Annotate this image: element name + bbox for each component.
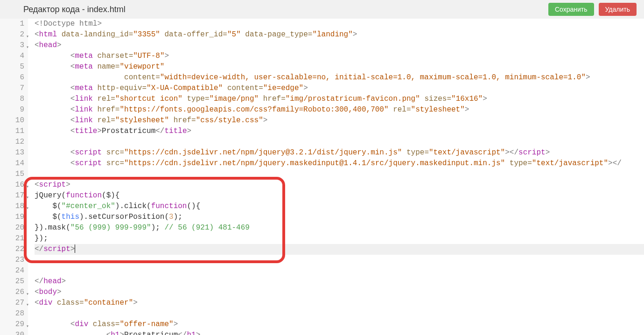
- line-number: 17: [0, 190, 24, 201]
- line-number: 6: [0, 72, 24, 83]
- code-line[interactable]: <link rel="shortcut icon" type="image/pn…: [35, 94, 644, 105]
- code-line[interactable]: <script>: [35, 180, 644, 190]
- line-number: 5: [0, 62, 24, 72]
- line-number: 29: [0, 319, 24, 330]
- code-line[interactable]: <!Doctype html>: [35, 19, 644, 29]
- code-line[interactable]: <meta name="viewport": [35, 62, 644, 72]
- line-number: 25: [0, 276, 24, 287]
- line-number: 20: [0, 223, 24, 233]
- line-number: 14: [0, 158, 24, 169]
- line-number: 16: [0, 180, 24, 190]
- code-line[interactable]: <meta charset="UTF-8">: [35, 51, 644, 62]
- line-number: 21: [0, 233, 24, 244]
- code-area[interactable]: <!Doctype html><html data-landing_id="33…: [28, 19, 644, 335]
- code-line[interactable]: [35, 137, 644, 147]
- code-line[interactable]: [35, 265, 644, 276]
- code-line[interactable]: $("#center_ok").click(function(){: [35, 201, 644, 212]
- line-number: 13: [0, 147, 24, 158]
- code-line[interactable]: <script src="https://cdn.jsdelivr.net/np…: [35, 158, 644, 169]
- code-line[interactable]: <h1>Prostatricum</h1>: [35, 330, 644, 335]
- code-line[interactable]: <body>: [35, 287, 644, 298]
- header-buttons: Сохранить Удалить: [548, 3, 637, 16]
- line-number: 8: [0, 94, 24, 105]
- code-line[interactable]: jQuery(function($){: [35, 190, 644, 201]
- code-line[interactable]: [35, 255, 644, 265]
- code-line[interactable]: </head>: [35, 276, 644, 287]
- line-number: 18: [0, 201, 24, 212]
- code-line[interactable]: <script src="https://cdn.jsdelivr.net/np…: [35, 147, 644, 158]
- line-number: 24: [0, 265, 24, 276]
- line-number: 10: [0, 115, 24, 126]
- text-cursor: [75, 244, 75, 253]
- line-number: 15: [0, 169, 24, 180]
- code-line[interactable]: $(this).setCursorPosition(3);: [35, 212, 644, 223]
- line-number: 26: [0, 287, 24, 298]
- code-line[interactable]: <head>: [35, 40, 644, 51]
- code-line[interactable]: <title>Prostatricum</title>: [35, 126, 644, 137]
- code-line[interactable]: [35, 308, 644, 319]
- line-number: 9: [0, 105, 24, 115]
- code-line[interactable]: </script>: [35, 244, 644, 255]
- editor-title: Редактор кода - index.html: [23, 5, 126, 14]
- delete-button[interactable]: Удалить: [599, 3, 637, 16]
- line-number: 19: [0, 212, 24, 223]
- code-line[interactable]: <link rel="stylesheet" href="css/style.c…: [35, 115, 644, 126]
- line-number: 3: [0, 40, 24, 51]
- code-line[interactable]: <link href="https://fonts.googleapis.com…: [35, 105, 644, 115]
- line-number: 23: [0, 255, 24, 265]
- line-number: 28: [0, 308, 24, 319]
- code-line[interactable]: content="width=device-width, user-scalab…: [35, 72, 644, 83]
- line-number: 30: [0, 330, 24, 335]
- code-editor[interactable]: 1234567891011121314151617181920212223242…: [0, 19, 644, 335]
- line-number-gutter: 1234567891011121314151617181920212223242…: [0, 19, 28, 335]
- line-number: 12: [0, 137, 24, 147]
- code-line[interactable]: <div class="container">: [35, 298, 644, 308]
- code-line[interactable]: <div class="offer-name">: [35, 319, 644, 330]
- code-line[interactable]: [35, 169, 644, 180]
- line-number: 7: [0, 83, 24, 94]
- code-line[interactable]: <meta http-equiv="X-UA-Compatible" conte…: [35, 83, 644, 94]
- save-button[interactable]: Сохранить: [548, 3, 594, 16]
- code-line[interactable]: <html data-landing_id="3355" data-offer_…: [35, 29, 644, 40]
- line-number: 27: [0, 298, 24, 308]
- line-number: 22: [0, 244, 24, 255]
- line-number: 2: [0, 29, 24, 40]
- code-line[interactable]: });: [35, 233, 644, 244]
- code-line[interactable]: }).mask("56 (999) 999-999"); // 56 (921)…: [35, 223, 644, 233]
- line-number: 4: [0, 51, 24, 62]
- line-number: 1: [0, 19, 24, 29]
- line-number: 11: [0, 126, 24, 137]
- editor-header: Редактор кода - index.html Сохранить Уда…: [0, 0, 644, 19]
